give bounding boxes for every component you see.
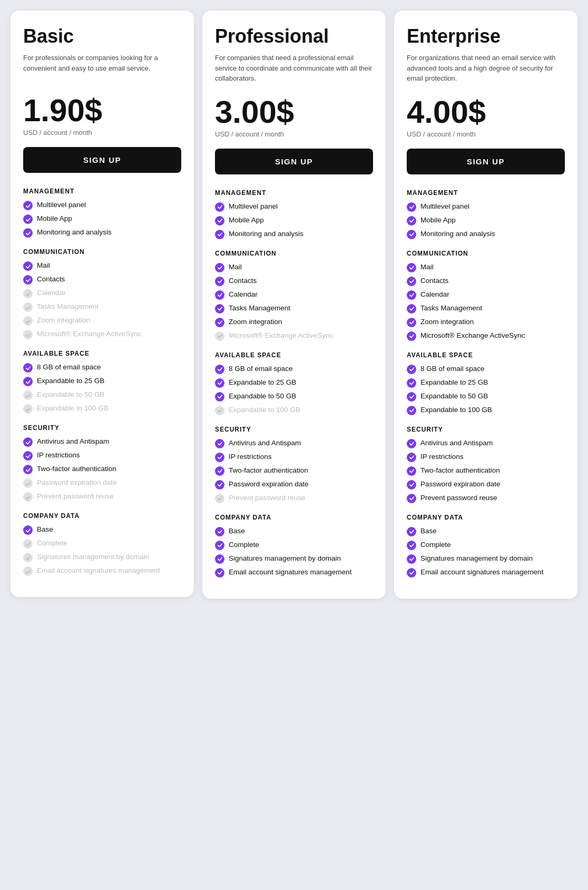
check-icon xyxy=(407,494,416,503)
feature-item: 8 GB of email space xyxy=(23,363,181,373)
signup-button[interactable]: SIGN UP xyxy=(23,147,181,173)
feature-text: Expandable to 25 GB xyxy=(229,378,296,388)
section-label: MANAGEMENT xyxy=(407,189,565,197)
feature-item: Calendar xyxy=(23,288,181,298)
feature-item: Prevent password reuse xyxy=(215,493,373,503)
check-icon xyxy=(407,216,416,226)
feature-item: Signatures management by domain xyxy=(407,554,565,564)
check-icon xyxy=(23,390,33,400)
feature-text: Password expiration date xyxy=(420,480,501,490)
signup-button[interactable]: SIGN UP xyxy=(407,149,565,174)
feature-item: Complete xyxy=(215,540,373,550)
check-icon xyxy=(215,331,224,341)
feature-item: Signatures management by domain xyxy=(215,554,373,564)
plans-container: Basic For professionals or companies loo… xyxy=(11,11,577,599)
check-icon xyxy=(23,451,33,461)
feature-text: IP restrictions xyxy=(229,452,272,462)
section-label: COMPANY DATA xyxy=(407,514,565,521)
section-label: AVAILABLE SPACE xyxy=(23,350,181,357)
feature-text: Expandable to 100 GB xyxy=(37,404,109,414)
check-icon xyxy=(23,214,33,224)
check-icon xyxy=(215,466,224,476)
section-label: SECURITY xyxy=(23,424,181,432)
feature-text: Expandable to 100 GB xyxy=(229,405,300,415)
feature-list: 8 GB of email space Expandable to 25 GB … xyxy=(215,364,373,415)
plan-card-professional: Professional For companies that need a p… xyxy=(202,11,386,599)
check-icon xyxy=(215,392,224,402)
feature-text: Complete xyxy=(420,540,451,550)
feature-item: IP restrictions xyxy=(215,452,373,462)
feature-item: Tasks Management xyxy=(23,302,181,312)
check-icon xyxy=(215,453,224,462)
feature-item: Complete xyxy=(23,539,181,549)
feature-item: Microsoft® Exchange ActiveSync xyxy=(215,331,373,341)
check-icon xyxy=(215,263,224,272)
feature-item: Mail xyxy=(407,262,565,272)
feature-text: Mail xyxy=(37,261,50,271)
feature-item: Complete xyxy=(407,540,565,550)
check-icon xyxy=(407,480,416,490)
feature-list: Antivirus and Antispam IP restrictions T… xyxy=(407,438,565,503)
feature-text: Zoom integration xyxy=(420,317,474,327)
feature-item: IP restrictions xyxy=(23,451,181,461)
feature-text: 8 GB of email space xyxy=(420,364,485,374)
feature-item: Monitoring and analysis xyxy=(407,229,565,239)
feature-item: Mobile App xyxy=(215,216,373,226)
feature-text: Contacts xyxy=(229,276,257,286)
feature-text: Contacts xyxy=(37,275,65,285)
feature-item: Multilevel panel xyxy=(215,202,373,212)
feature-item: Antivirus and Antispam xyxy=(215,438,373,448)
feature-list: Antivirus and Antispam IP restrictions T… xyxy=(215,438,373,503)
plan-price: 3.00$ xyxy=(215,96,373,128)
check-icon xyxy=(407,318,416,327)
feature-text: Mail xyxy=(229,262,242,272)
feature-item: Microsoft® Exchange ActiveSync xyxy=(407,331,565,341)
feature-text: Prevent password reuse xyxy=(420,493,497,503)
feature-item: Two-factor authentication xyxy=(407,466,565,476)
feature-text: Signatures management by domain xyxy=(229,554,341,564)
feature-item: Two-factor authentication xyxy=(215,466,373,476)
feature-item: Base xyxy=(23,525,181,535)
check-icon xyxy=(407,392,416,402)
plan-title: Basic xyxy=(23,25,181,47)
feature-item: Zoom integration xyxy=(407,317,565,327)
feature-text: Multilevel panel xyxy=(37,200,86,210)
feature-text: Email account signatures management xyxy=(229,568,351,578)
check-icon xyxy=(215,480,224,490)
check-icon xyxy=(407,263,416,272)
feature-list: Multilevel panel Mobile App Monitoring a… xyxy=(215,202,373,239)
feature-item: Prevent password reuse xyxy=(407,493,565,503)
feature-item: Two-factor authentication xyxy=(23,464,181,474)
section-label: MANAGEMENT xyxy=(23,188,181,195)
check-icon xyxy=(215,406,224,415)
feature-text: Multilevel panel xyxy=(420,202,469,212)
check-icon xyxy=(23,553,33,562)
feature-item: IP restrictions xyxy=(407,452,565,462)
check-icon xyxy=(407,304,416,314)
check-icon xyxy=(23,330,33,339)
feature-list: Multilevel panel Mobile App Monitoring a… xyxy=(407,202,565,239)
signup-button[interactable]: SIGN UP xyxy=(215,149,373,174)
feature-text: Microsoft® Exchange ActiveSync xyxy=(420,331,525,341)
section-label: SECURITY xyxy=(215,426,373,433)
section-label: AVAILABLE SPACE xyxy=(407,351,565,359)
plan-title: Enterprise xyxy=(407,25,565,47)
feature-list: Base Complete Signatures management by d… xyxy=(23,525,181,576)
feature-text: Monitoring and analysis xyxy=(420,229,495,239)
feature-text: Expandable to 25 GB xyxy=(420,378,488,388)
feature-text: Mail xyxy=(420,262,434,272)
feature-text: Calendar xyxy=(229,290,258,300)
feature-text: Two-factor authentication xyxy=(37,464,116,474)
feature-item: Base xyxy=(215,526,373,536)
check-icon xyxy=(215,216,224,226)
feature-text: Prevent password reuse xyxy=(37,492,114,502)
feature-text: Tasks Management xyxy=(420,304,482,314)
check-icon xyxy=(407,202,416,212)
check-icon xyxy=(407,290,416,300)
feature-text: IP restrictions xyxy=(37,451,80,461)
feature-item: Expandable to 100 GB xyxy=(23,404,181,414)
feature-item: Expandable to 50 GB xyxy=(215,392,373,402)
check-icon xyxy=(215,554,224,564)
plan-desc: For professionals or companies looking f… xyxy=(23,53,181,82)
feature-item: Mail xyxy=(215,262,373,272)
